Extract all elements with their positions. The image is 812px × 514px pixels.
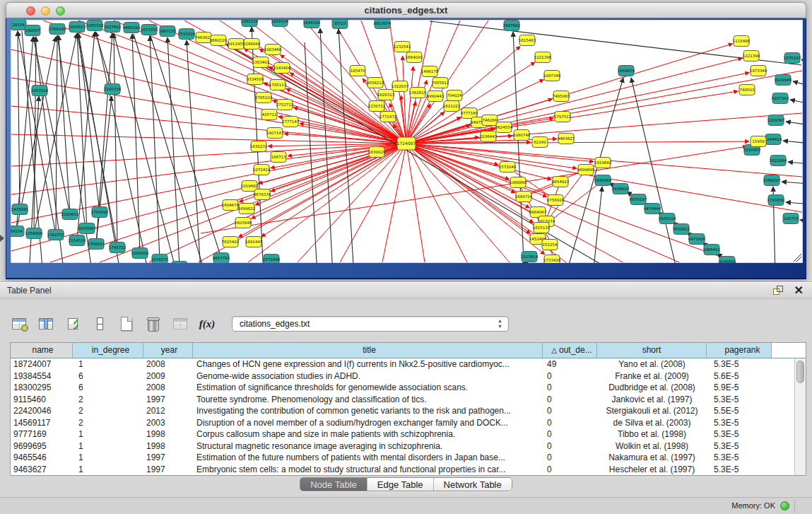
graph-node[interactable]: 252254 — [542, 240, 558, 250]
graph-node[interactable]: 9245652 — [719, 257, 736, 264]
select-column-button[interactable] — [37, 315, 55, 333]
graph-node[interactable]: 1701650 — [767, 195, 785, 206]
table-row[interactable]: 1872400712008Changes of HCN gene express… — [11, 358, 794, 370]
graph-node[interactable]: 2752712 — [276, 100, 294, 110]
float-window-icon[interactable] — [773, 286, 784, 296]
graph-node[interactable]: 1513614 — [521, 252, 539, 262]
graph-node[interactable]: 2105334 — [104, 84, 122, 95]
memory-ok-icon[interactable] — [780, 501, 789, 510]
graph-node[interactable]: 7485063 — [553, 91, 570, 102]
graph-node[interactable]: 1793992 — [91, 207, 109, 218]
graph-node[interactable]: 1699822 — [238, 204, 256, 214]
graph-node[interactable]: 1795722 — [109, 243, 126, 253]
tab-node-table[interactable]: Node Table — [300, 478, 367, 491]
graph-node[interactable]: 1350511 — [88, 239, 105, 250]
graph-node[interactable]: 1678275 — [151, 255, 169, 264]
graph-node[interactable]: 1603946 — [235, 218, 252, 228]
column-header-year[interactable]: year — [143, 343, 193, 358]
graph-node[interactable]: 7632621 — [673, 224, 690, 235]
graph-node[interactable]: 1527602 — [104, 22, 122, 33]
graph-node[interactable]: 1003468 — [264, 45, 282, 55]
graph-node[interactable]: 2887682 — [503, 21, 521, 31]
window-titlebar[interactable]: citations_edges.txt — [6, 2, 806, 18]
graph-node[interactable]: 2935114 — [659, 214, 676, 224]
graph-node[interactable]: 9975887 — [78, 223, 96, 234]
graph-node[interactable]: 1342737 — [47, 230, 65, 240]
column-check-button[interactable]: ✓✓ — [64, 315, 82, 333]
graph-node[interactable]: 748503 — [739, 85, 755, 95]
graph-node[interactable]: 7955812 — [432, 78, 449, 88]
graph-node[interactable]: 1292344 — [171, 262, 189, 264]
function-builder-button[interactable]: f(x) — [198, 315, 216, 333]
graph-node[interactable]: 6471626 — [688, 234, 706, 245]
table-selector-dropdown[interactable]: citations_edges.txt ▲▼ — [232, 316, 509, 332]
table-row[interactable]: 1456911722003Disruption of a novel membe… — [11, 417, 794, 429]
graph-node[interactable]: 9990443 — [427, 91, 445, 102]
vertical-scrollbar[interactable] — [794, 358, 806, 475]
new-document-button[interactable] — [117, 315, 136, 333]
graph-node[interactable]: 1232541 — [394, 42, 411, 52]
graph-node[interactable]: 8660128 — [210, 35, 228, 46]
graph-node[interactable]: 1095810 — [131, 248, 149, 259]
graph-node[interactable]: 1581134 — [241, 20, 259, 27]
table-row[interactable]: 946554611997Estimation of the future num… — [11, 452, 794, 464]
graph-node[interactable]: 1667135 — [159, 26, 177, 37]
graph-node[interactable]: 1435081 — [11, 204, 29, 215]
graph-node[interactable]: 62160 — [532, 137, 548, 148]
graph-node[interactable]: 39154 — [11, 226, 24, 237]
graph-node[interactable]: 1068860 — [510, 177, 527, 188]
graph-node[interactable]: 140557 — [25, 25, 40, 36]
graph-node[interactable]: 1322037 — [392, 81, 409, 92]
graph-node[interactable]: 1230722 — [368, 101, 386, 112]
graph-node[interactable]: 1080748 — [513, 130, 531, 141]
tab-edge-table[interactable]: Edge Table — [367, 478, 434, 491]
column-header-title[interactable]: title — [193, 343, 543, 358]
graph-node[interactable]: 1907147 — [266, 128, 284, 139]
graph-node[interactable]: 9474444 — [644, 204, 661, 214]
close-icon[interactable]: ✕ — [794, 284, 804, 297]
network-canvas[interactable]: 1831614055727691401693817105532815276026… — [11, 20, 803, 263]
graph-node[interactable]: 1816104 — [271, 20, 289, 27]
graph-node[interactable]: 9558213 — [367, 78, 384, 88]
graph-node[interactable]: 9129946 — [775, 75, 792, 86]
graph-node[interactable]: 1362615 — [409, 88, 427, 98]
graph-node[interactable]: 1604678 — [222, 200, 240, 211]
graph-node[interactable]: 9899695 — [577, 165, 595, 175]
table-row[interactable]: 2242004622012Investigating the contribut… — [11, 405, 794, 417]
graph-node[interactable]: 1771472 — [379, 112, 397, 122]
graph-node[interactable]: 9857791 — [213, 253, 230, 264]
graph-node[interactable]: 1221398 — [743, 51, 760, 62]
graph-node[interactable]: 1055328 — [86, 21, 104, 31]
graph-node[interactable]: 7625402 — [222, 237, 240, 247]
network-graph[interactable]: 1831614055727691401693817105532815276026… — [11, 20, 803, 263]
graph-node[interactable]: 1621022 — [443, 101, 461, 112]
graph-node[interactable]: 8678334 — [254, 189, 271, 200]
graph-node[interactable]: 1664879 — [618, 66, 635, 76]
graph-node[interactable]: 186713 — [271, 152, 286, 163]
resize-grip-icon[interactable] — [794, 254, 801, 262]
graph-node[interactable]: 1880724 — [515, 192, 533, 202]
graph-node[interactable]: 1072414 — [253, 165, 271, 175]
graph-node[interactable]: 1575107 — [784, 53, 801, 64]
graph-node[interactable]: 35723 — [332, 20, 348, 29]
column-header-out-degree[interactable]: △out_de... — [543, 343, 597, 358]
graph-node[interactable]: 1221396 — [534, 52, 552, 63]
graph-node[interactable]: 1830231 — [250, 141, 268, 152]
graph-node[interactable]: 2036443 — [480, 132, 498, 142]
graph-node[interactable]: 6466160 — [123, 23, 141, 33]
graph-node[interactable]: 746266 — [482, 115, 498, 126]
column-header-short[interactable]: short — [597, 343, 707, 358]
graph-node[interactable]: 9334509 — [247, 74, 264, 85]
graph-node[interactable]: 9756928 — [547, 195, 565, 206]
table-row[interactable]: 1830029562008Estimation of significance … — [11, 382, 794, 394]
graph-node[interactable]: 1115480 — [733, 36, 751, 47]
graph-node[interactable]: 8938924 — [612, 184, 630, 194]
column-header-pagerank[interactable]: pagerank — [707, 343, 772, 358]
graph-node[interactable]: 1571648 — [263, 255, 281, 264]
graph-node[interactable]: 1303402 — [252, 57, 270, 68]
graph-node[interactable]: 18316 — [11, 20, 26, 30]
graph-node[interactable]: 2143404 — [273, 63, 291, 74]
graph-node[interactable]: 1919682 — [594, 158, 612, 168]
graph-node[interactable]: 2020652 — [61, 209, 79, 220]
graph-node[interactable]: 6879197 — [630, 194, 647, 205]
